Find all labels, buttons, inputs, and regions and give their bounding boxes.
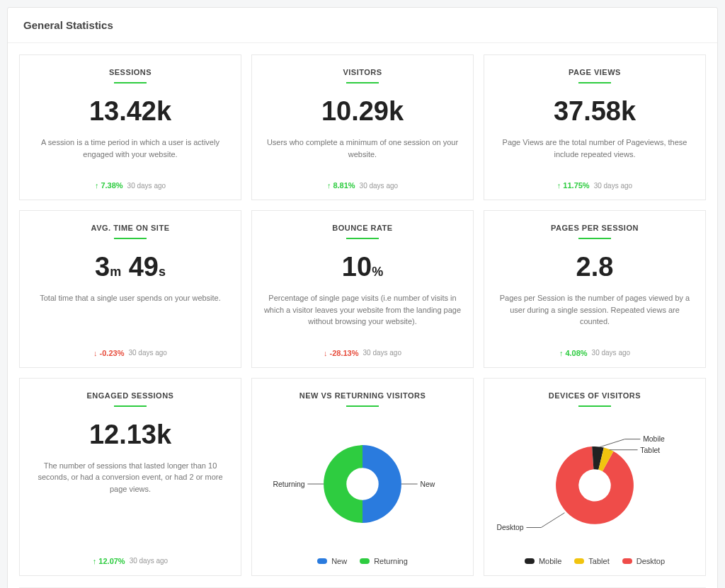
- panel-body: SESSIONS 13.42k A session is a time peri…: [8, 43, 717, 588]
- title-underline: [114, 238, 147, 239]
- delta-up: ↑ 4.08%: [559, 349, 588, 357]
- card-avg-time: AVG. TIME ON SITE 3m 49s Total time that…: [19, 210, 241, 368]
- card-description: A session is a time period in which a us…: [30, 137, 231, 160]
- footer-time: 30 days ago: [360, 182, 399, 190]
- delta-value: 12.07%: [98, 557, 125, 565]
- card-footer: ↑ 7.38% 30 days ago: [95, 160, 166, 190]
- legend-swatch: [574, 558, 584, 564]
- chart-label-tablet: Tablet: [640, 446, 660, 454]
- slice-returning: [324, 445, 362, 523]
- card-value: 13.42k: [89, 96, 171, 127]
- card-bounce-rate: BOUNCE RATE 10% Percentage of single pag…: [251, 210, 474, 368]
- card-description: Percentage of single page visits (i.e nu…: [262, 292, 463, 328]
- legend-label: Mobile: [539, 557, 561, 565]
- legend-label: Returning: [374, 557, 408, 565]
- title-underline: [114, 405, 147, 407]
- delta-up: ↑ 8.81%: [327, 181, 355, 190]
- card-engaged-sessions: ENGAGED SESSIONS 12.13k The number of se…: [19, 378, 241, 576]
- card-footer: ↑ 4.08% 30 days ago: [559, 328, 630, 357]
- card-title: ENGAGED SESSIONS: [87, 391, 174, 400]
- card-description: Pages per Session is the number of pages…: [494, 292, 695, 328]
- chart-legend: New Returning: [317, 557, 408, 565]
- footer-time: 30 days ago: [592, 349, 631, 357]
- chart-legend: Mobile Tablet Desktop: [525, 557, 665, 565]
- title-underline: [346, 238, 379, 239]
- footer-time: 30 days ago: [594, 182, 633, 190]
- legend-label: Desktop: [636, 557, 665, 565]
- delta-down: ↓ -28.13%: [324, 349, 358, 357]
- delta-up: ↑ 12.07%: [93, 557, 125, 565]
- unit-percent: %: [372, 265, 383, 279]
- card-visitors: VISITORS 10.29k Users who complete a min…: [251, 54, 474, 200]
- card-title: BOUNCE RATE: [332, 224, 392, 232]
- slice-new: [362, 445, 401, 523]
- delta-down: ↓ -0.23%: [93, 349, 124, 357]
- title-underline: [578, 405, 611, 407]
- delta-up: ↑ 11.75%: [557, 181, 590, 190]
- legend-item-returning: Returning: [360, 557, 408, 565]
- card-title: PAGE VIEWS: [569, 68, 621, 76]
- title-underline: [578, 238, 611, 239]
- value-number: 10: [342, 252, 372, 282]
- delta-value: 8.81%: [333, 181, 355, 190]
- legend-label: New: [331, 557, 347, 565]
- card-title: NEW VS RETURNING VISITORS: [299, 391, 426, 400]
- delta-up: ↑ 7.38%: [95, 181, 123, 190]
- cards-grid: SESSIONS 13.42k A session is a time peri…: [19, 54, 706, 576]
- delta-value: 7.38%: [101, 181, 122, 190]
- callout-line: [541, 512, 564, 527]
- footer-time: 30 days ago: [127, 182, 166, 190]
- card-pageviews: PAGE VIEWS 37.58k Page Views are the tot…: [484, 54, 706, 200]
- footer-time: 30 days ago: [362, 349, 401, 357]
- card-value: 10%: [342, 252, 383, 282]
- card-footer: ↑ 11.75% 30 days ago: [557, 160, 632, 190]
- card-title: PAGES PER SESSION: [551, 224, 639, 232]
- title-underline: [114, 82, 147, 83]
- card-value: 10.29k: [321, 96, 404, 127]
- callout-line: [600, 439, 625, 446]
- card-title: SESSIONS: [109, 68, 152, 76]
- card-value: 12.13k: [89, 420, 171, 450]
- arrow-up-icon: ↑: [559, 349, 564, 357]
- card-description: Users who complete a minimum of one sess…: [262, 137, 463, 160]
- legend-swatch: [622, 558, 632, 564]
- delta-value: -28.13%: [330, 349, 359, 357]
- card-description: Total time that a single user spends on …: [40, 292, 221, 304]
- legend-item-new: New: [317, 557, 347, 565]
- chart-label-new: New: [420, 480, 435, 488]
- legend-item-desktop: Desktop: [622, 557, 665, 565]
- panel-title: General Statistics: [8, 8, 717, 43]
- card-sessions: SESSIONS 13.42k A session is a time peri…: [19, 54, 241, 200]
- unit-s: s: [159, 265, 166, 279]
- delta-value: 11.75%: [563, 181, 589, 190]
- footer-time: 30 days ago: [130, 557, 169, 565]
- delta-value: -0.23%: [100, 349, 125, 357]
- title-underline: [346, 405, 379, 407]
- arrow-down-icon: ↓: [324, 349, 328, 357]
- legend-label: Tablet: [588, 557, 609, 565]
- value-seconds: 49: [129, 252, 159, 282]
- footer-time: 30 days ago: [128, 349, 167, 357]
- card-description: Page Views are the total number of Pagev…: [494, 137, 695, 160]
- title-underline: [578, 82, 611, 83]
- arrow-down-icon: ↓: [93, 349, 98, 357]
- unit-m: m: [110, 265, 121, 279]
- arrow-up-icon: ↑: [95, 181, 99, 190]
- arrow-up-icon: ↑: [93, 557, 97, 565]
- value-minutes: 3: [95, 252, 110, 282]
- legend-swatch: [525, 558, 535, 564]
- general-statistics-panel: General Statistics SESSIONS 13.42k A ses…: [7, 7, 718, 588]
- legend-item-mobile: Mobile: [525, 557, 561, 565]
- card-devices: DEVICES OF VISITORS: [484, 378, 706, 576]
- card-value: 2.8: [576, 252, 614, 282]
- card-title: VISITORS: [343, 68, 382, 76]
- card-pages-per-session: PAGES PER SESSION 2.8 Pages per Session …: [484, 210, 706, 368]
- chart-label-returning: Returning: [273, 480, 304, 488]
- card-footer: ↑ 8.81% 30 days ago: [327, 160, 398, 190]
- arrow-up-icon: ↑: [557, 181, 561, 190]
- card-value: 3m 49s: [95, 252, 166, 282]
- title-underline: [346, 82, 379, 83]
- card-footer: ↓ -0.23% 30 days ago: [93, 328, 167, 357]
- card-description: The number of sessions that lasted longe…: [30, 460, 231, 495]
- legend-item-tablet: Tablet: [574, 557, 609, 565]
